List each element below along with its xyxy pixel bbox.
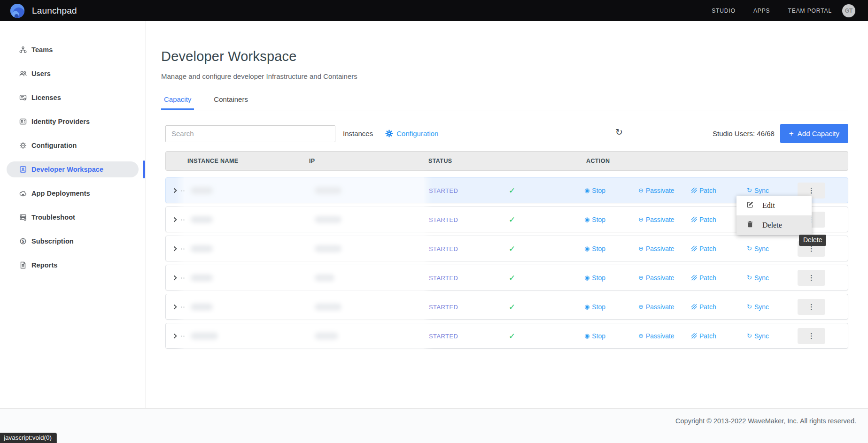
avatar[interactable]: GT [842,4,855,17]
stop-icon: ◉ [584,245,589,252]
table-row[interactable]: STARTED ✓ ◉Stop ⊖Passivate Patch ↻Sync ⋮ [165,265,848,290]
chevron-right-icon[interactable] [171,187,179,194]
status-badge: STARTED [429,303,458,310]
refresh-icon[interactable]: ↻ [615,128,623,137]
table-row[interactable]: STARTED ✓ ◉Stop ⊖Passivate Patch ↻Sync ⋮ [165,236,848,261]
add-capacity-button[interactable]: +Add Capacity [780,124,848,143]
patch-action[interactable]: Patch [691,187,716,194]
stop-icon: ◉ [584,216,589,222]
menu-item-edit[interactable]: Edit [736,196,812,215]
sync-icon: ↻ [747,245,752,252]
capacity-table: INSTANCE NAME IP STATUS ACTION STARTED ✓… [165,151,848,349]
table-row[interactable]: STARTED ✓ ◉Stop ⊖Passivate Patch ↻Sync ⋮ [165,294,848,320]
nav-studio[interactable]: STUDIO [712,8,736,14]
stop-icon: ◉ [584,275,589,281]
passivate-icon: ⊖ [638,216,643,222]
subscription-icon: $ [19,237,27,245]
redacted-instance-name [191,187,213,194]
stop-action[interactable]: ◉Stop [584,216,605,223]
chevron-right-icon[interactable] [171,245,179,252]
sync-action[interactable]: ↻Sync [747,303,769,311]
stop-icon: ◉ [584,333,589,339]
passivate-action[interactable]: ⊖Passivate [638,245,674,252]
row-menu-button[interactable]: ⋮ [798,270,825,286]
nav-apps[interactable]: APPS [753,8,770,14]
tab-bar: Capacity Containers [161,95,848,110]
toolbar: Instances Configuration ↻ Studio Users: … [165,124,848,143]
chevron-right-icon[interactable] [171,216,179,223]
passivate-action[interactable]: ⊖Passivate [638,274,674,282]
sidebar-item-label: Users [31,70,51,77]
sidebar-item-teams[interactable]: Teams [7,42,139,58]
sidebar-item-users[interactable]: Users [7,66,139,82]
table-row[interactable]: STARTED ✓ ◉Stop ⊖Passivate Patch ↻Sync ⋮ [165,323,848,349]
column-header-status: STATUS [428,152,452,170]
sidebar-item-reports[interactable]: Reports [7,257,139,273]
stop-action[interactable]: ◉Stop [584,274,605,282]
sidebar-item-app-deployments[interactable]: App Deployments [7,185,139,201]
sidebar-item-configuration[interactable]: Configuration [7,137,139,153]
check-icon: ✓ [509,244,515,253]
check-icon: ✓ [509,214,515,224]
stop-action[interactable]: ◉Stop [584,245,605,252]
browser-status-bar: javascript:void(0) [0,433,57,443]
redacted-instance-name [191,274,213,281]
gear-icon [385,130,393,137]
sidebar-item-identity-providers[interactable]: Identity Providers [7,114,139,130]
sync-action[interactable]: ↻Sync [747,245,769,252]
passivate-action[interactable]: ⊖Passivate [638,216,674,223]
app-title: Launchpad [32,6,77,16]
passivate-icon: ⊖ [638,187,643,193]
check-icon: ✓ [509,185,515,195]
row-menu-button[interactable]: ⋮ [798,328,825,344]
licenses-icon [19,93,27,102]
sidebar-item-troubleshoot[interactable]: Troubleshoot [7,209,139,225]
sidebar-item-subscription[interactable]: $ Subscription [7,233,139,249]
stop-action[interactable]: ◉Stop [584,332,605,340]
row-menu-button[interactable]: ⋮ [798,299,825,315]
redacted-instance-name [191,332,218,339]
passivate-action[interactable]: ⊖Passivate [638,187,674,194]
patch-icon [691,304,697,310]
sidebar-item-developer-workspace[interactable]: Developer Workspace [7,161,139,177]
sync-action[interactable]: ↻Sync [747,274,769,282]
stop-action[interactable]: ◉Stop [584,303,605,311]
sidebar-item-licenses[interactable]: Licenses [7,90,139,106]
patch-action[interactable]: Patch [691,303,716,311]
patch-action[interactable]: Patch [691,216,716,223]
passivate-action[interactable]: ⊖Passivate [638,303,674,311]
patch-icon [691,187,697,193]
trash-icon [746,220,754,230]
reports-icon [19,261,27,269]
stop-icon: ◉ [584,187,589,193]
patch-icon [691,216,697,222]
troubleshoot-icon [19,213,27,222]
passivate-action[interactable]: ⊖Passivate [638,332,674,340]
status-badge: STARTED [429,332,458,339]
chevron-right-icon[interactable] [171,332,179,340]
top-nav: STUDIO APPS TEAM PORTAL [712,8,832,14]
patch-action[interactable]: Patch [691,245,716,252]
sidebar-item-label: Identity Providers [31,118,90,125]
menu-item-label: Delete [762,221,782,229]
chevron-right-icon[interactable] [171,274,179,282]
configuration-link[interactable]: Configuration [385,130,438,137]
sync-action[interactable]: ↻Sync [747,332,769,340]
configuration-gear-icon [19,141,27,150]
search-input[interactable] [165,125,335,142]
stop-action[interactable]: ◉Stop [584,187,605,194]
chevron-right-icon[interactable] [171,303,179,311]
tab-containers[interactable]: Containers [211,95,251,110]
patch-action[interactable]: Patch [691,332,716,340]
configuration-link-label: Configuration [396,130,438,137]
menu-item-delete[interactable]: Delete [736,215,812,235]
redacted-text-fragment [181,336,182,337]
sync-action[interactable]: ↻Sync [747,187,769,194]
app-deployments-icon [19,189,27,198]
patch-action[interactable]: Patch [691,274,716,282]
status-badge: STARTED [429,274,458,281]
developer-workspace-icon [19,165,27,174]
tab-capacity[interactable]: Capacity [161,95,194,110]
redacted-instance-name [191,303,213,310]
nav-team-portal[interactable]: TEAM PORTAL [788,8,832,14]
